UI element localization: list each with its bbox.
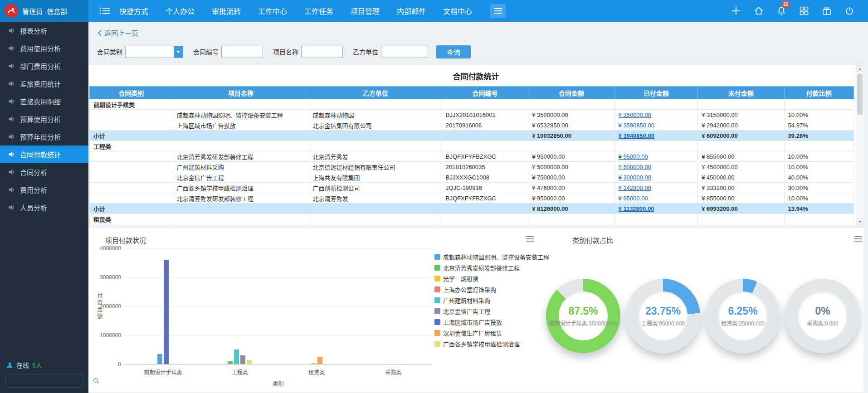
plus-icon[interactable] (730, 5, 742, 17)
paid-amount-link[interactable]: ¥ 95000.00 (619, 195, 648, 202)
chevron-down-icon[interactable] (174, 46, 183, 58)
table-cell: 13.94% (784, 204, 853, 214)
donut-chart-menu-icon[interactable] (854, 236, 862, 243)
nav-item[interactable]: 文档中心 (443, 5, 472, 16)
legend-item[interactable]: 北京金信广告工程 (434, 306, 549, 315)
topbar-actions: 22 (730, 5, 868, 17)
sidebar-item-费用分析[interactable]: 费用分析 (0, 181, 88, 199)
gift-icon[interactable] (821, 5, 833, 17)
sidebar-item-报表分析[interactable]: 报表分析 (0, 22, 88, 39)
legend-item[interactable]: 北京清芳秀发研发部装修工程 (434, 263, 549, 272)
nav-item[interactable]: 工作任务 (304, 5, 333, 16)
table-cell (90, 193, 173, 204)
table-cell: ¥ 500000.00 (614, 162, 698, 172)
nav-item[interactable]: 项目管理 (351, 5, 380, 16)
table-row-data: 广州建筑材料采购北京德远建材经销有限责任公司201810260035¥ 5000… (90, 162, 854, 172)
table-cell (90, 120, 173, 131)
table-cell: ¥ 750000.00 (528, 172, 614, 183)
sidebar-item-差旅费用统计[interactable]: 差旅费用统计 (0, 75, 88, 92)
paid-amount-link[interactable]: ¥ 95000.00 (619, 153, 648, 160)
paid-amount-link[interactable]: ¥ 3590850.00 (619, 122, 655, 129)
table-cell: 广西各乡镇学校甲醛检测治理 (173, 183, 309, 193)
sidebar-item-预算年度分析[interactable]: 预算年度分析 (0, 128, 88, 146)
brand: 管理员 -信息部 (0, 0, 88, 22)
legend-item[interactable]: 成都森林动物园照明、监控设备安装工程 (434, 252, 549, 261)
donut-chart: 23.75%工程类:95000.000 (626, 279, 700, 353)
table-scrollbar[interactable]: ▲ ▼ (856, 65, 863, 225)
nav-item[interactable]: 工作中心 (258, 5, 287, 16)
sidebar-item-差旅费用明细[interactable]: 差旅费用明细 (0, 92, 88, 110)
scrollbar-thumb[interactable] (857, 74, 863, 115)
bar-chart-menu-icon[interactable] (526, 236, 534, 243)
table-cell (528, 214, 614, 224)
table-cell: 上海区域市场广告投放 (173, 120, 309, 131)
home-icon[interactable] (753, 5, 765, 17)
table-cell: 北京金信集团有限公司 (309, 120, 442, 131)
table-cell (90, 183, 173, 193)
speaker-icon (8, 116, 15, 122)
table-cell: 20170916006 (442, 120, 528, 131)
table-cell: ¥ 333200.00 (698, 183, 784, 193)
y-tick-label: 4000000 (88, 245, 121, 252)
table-cell: ¥ 3150000.00 (698, 110, 784, 120)
search-icon[interactable] (93, 378, 103, 384)
scroll-down-button[interactable]: ▼ (856, 218, 863, 225)
party-unit-input[interactable] (381, 46, 428, 58)
table-header-row: 合同类别项目名称乙方单位合同编号合同金额已付金额未付金额付款比例 (90, 87, 854, 99)
paid-amount-link[interactable]: ¥ 3940850.00 (619, 132, 655, 139)
x-axis-title: 类别 (125, 379, 432, 387)
nav-item[interactable]: 个人办公 (166, 5, 195, 16)
legend-item[interactable]: 光学一期租赁 (434, 274, 549, 283)
sidebar-item-人员分析[interactable]: 人员分析 (0, 199, 88, 216)
legend-swatch (434, 297, 440, 303)
back-link[interactable]: 返回上一页 (88, 22, 152, 38)
paid-amount-link[interactable]: ¥ 350000.00 (619, 112, 651, 118)
donut-label: 采购类:0.000 (807, 319, 838, 327)
power-icon[interactable] (844, 5, 855, 17)
bar-广西各乡镇学校甲醛检测治理 (247, 360, 252, 364)
sidebar-item-合同分析[interactable]: 合同分析 (0, 163, 88, 181)
paid-amount-link[interactable]: ¥ 1132800.00 (619, 205, 654, 212)
bell-icon[interactable]: 22 (775, 5, 787, 17)
nav-item[interactable]: 审批流转 (212, 5, 241, 16)
table-cell: 前期设计手续类 (90, 99, 173, 110)
menu-list-icon[interactable] (99, 7, 110, 15)
legend-item[interactable]: 广州建筑材料采购 (434, 296, 549, 305)
sidebar-search-input[interactable] (6, 374, 93, 387)
legend-item[interactable]: 深圳金信生产厂房租赁 (434, 328, 549, 337)
query-button[interactable]: 查询 (436, 45, 471, 58)
table-row-data: 北京清芳秀发研发部装修工程北京清芳秀发BJQFXFYFBZXGC¥ 950000… (90, 151, 854, 162)
column-header: 付款比例 (784, 87, 853, 99)
bar-北京金信广告工程 (240, 355, 245, 364)
grid-icon[interactable] (798, 5, 810, 17)
contract-number-input[interactable] (221, 46, 263, 58)
sidebar-item-费用使用分析[interactable]: 费用使用分析 (0, 39, 88, 57)
legend-label: 深圳金信生产厂房租赁 (443, 329, 502, 337)
legend-swatch (434, 341, 440, 347)
table-cell (442, 131, 528, 141)
sidebar-item-合同付款统计[interactable]: 合同付款统计 (0, 146, 88, 163)
paid-amount-link[interactable]: ¥ 142800.00 (619, 184, 651, 191)
table-cell: ¥ 350000.00 (614, 110, 698, 120)
paid-amount-link[interactable]: ¥ 500000.00 (619, 164, 651, 170)
table-cell: 北京德远建材经销有限责任公司 (309, 162, 442, 172)
nav-item[interactable]: 快捷方式 (119, 5, 148, 16)
column-header: 合同金额 (528, 87, 614, 99)
sidebar-item-label: 预算年度分析 (20, 132, 61, 141)
sidebar-item-部门费用分析[interactable]: 部门费用分析 (0, 57, 88, 75)
legend-item[interactable]: 上海区域市场广告投放 (434, 317, 549, 326)
scroll-up-button[interactable]: ▲ (856, 65, 863, 72)
sidebar-item-预算使用分析[interactable]: 预算使用分析 (0, 110, 88, 128)
table-cell (442, 204, 528, 214)
legend-item[interactable]: 上海办公室灯饰采购 (434, 285, 549, 294)
legend-item[interactable]: 广西各乡镇学校甲醛检测治理 (434, 339, 549, 348)
paid-amount-link[interactable]: ¥ 300000.00 (619, 174, 651, 181)
table-title: 合同付款统计 (88, 65, 863, 82)
filter-label-number: 合同编号 (193, 47, 219, 56)
project-name-input[interactable] (301, 46, 343, 58)
nav-more-button[interactable] (490, 4, 506, 18)
table-cell: 广西创新检测公司 (309, 183, 442, 193)
y-tick-label: 2000000 (88, 303, 121, 310)
nav-item[interactable]: 内部邮件 (397, 5, 426, 16)
contract-category-select[interactable] (125, 46, 183, 58)
